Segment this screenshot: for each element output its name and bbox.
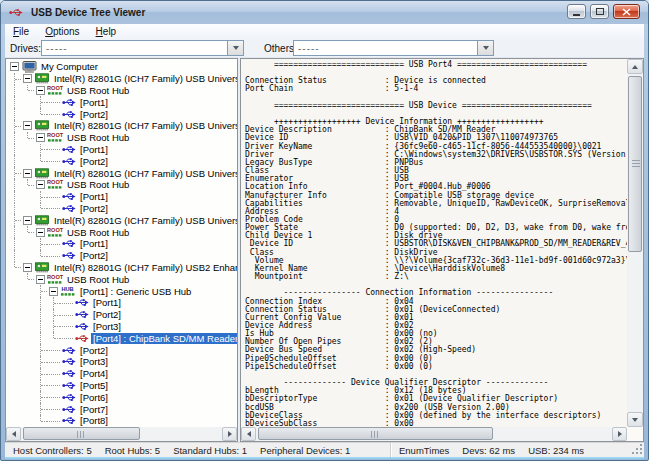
expand-toggle[interactable] (23, 263, 32, 272)
tree-item[interactable]: [Port2] (8, 309, 237, 321)
expand-toggle[interactable] (36, 275, 45, 284)
menu-item-file[interactable]: File (5, 24, 37, 39)
expand-toggle[interactable] (23, 121, 32, 130)
scroll-thumb[interactable] (628, 76, 642, 252)
tree-item[interactable]: [Port7] (8, 403, 237, 415)
tree-guide (21, 380, 34, 392)
expand-toggle[interactable] (36, 86, 45, 95)
tree-item-label: [Port3] (78, 356, 110, 367)
tree-item[interactable]: ROOTUSB Root Hub (8, 273, 237, 285)
status-stat-1: Root Hubs: 5 (105, 445, 160, 456)
tree-item[interactable]: My Computer (8, 61, 237, 73)
tree-item[interactable]: [Port6] (8, 391, 237, 403)
tree-guide (21, 344, 34, 356)
tree-expand-cell (21, 167, 34, 179)
tree-item[interactable]: Intel(R) 82801G (ICH7 Family) USB2 Enhan… (8, 262, 237, 274)
details-horizontal-scrollbar[interactable] (241, 427, 627, 441)
scroll-up-button[interactable] (627, 59, 643, 74)
close-button[interactable] (613, 4, 640, 19)
tree-guide (8, 108, 21, 120)
tree-item[interactable]: [Port1] (8, 191, 237, 203)
scroll-right-button[interactable] (612, 427, 627, 441)
minimize-button[interactable] (567, 4, 586, 19)
tree-item[interactable]: ROOTUSB Root Hub (8, 226, 237, 238)
tree-item[interactable]: [Port3] (8, 356, 237, 368)
tree-item[interactable]: Intel(R) 82801G (ICH7 Family) USB Univer… (8, 73, 237, 85)
scroll-down-button[interactable] (627, 412, 643, 427)
tree-item[interactable]: [Port2] (8, 250, 237, 262)
tree-item[interactable]: [Port1] (8, 238, 237, 250)
device-details-text: =========================== USB Port4 ==… (241, 59, 627, 427)
tree-item[interactable]: [Port5] (8, 380, 237, 392)
tree-item-selected[interactable]: [Port4] : ChipBank SD/MM Reader - Z:\ (8, 332, 237, 344)
others-combobox[interactable]: ----- (293, 40, 494, 56)
expand-toggle[interactable] (36, 228, 45, 237)
tree-item[interactable]: [Port8] (8, 415, 237, 427)
tree-connector (47, 309, 60, 321)
maximize-button[interactable] (590, 4, 609, 19)
tree-item-label: [Port1] (78, 191, 110, 202)
tree-horizontal-scrollbar[interactable] (6, 427, 237, 441)
usb-app-icon (9, 6, 25, 20)
drives-combobox[interactable]: ----- (41, 40, 244, 56)
scroll-thumb[interactable] (258, 427, 493, 440)
tree-item[interactable]: ROOTUSB Root Hub (8, 132, 237, 144)
menu-item-options[interactable]: Options (37, 24, 87, 39)
tree-line-cell (47, 238, 60, 250)
tree-item-label: USB Root Hub (65, 179, 131, 190)
scroll-track[interactable] (21, 427, 222, 441)
resize-grip[interactable] (631, 443, 643, 457)
arrow-left-icon (247, 431, 251, 437)
scroll-thumb[interactable] (23, 427, 140, 440)
tree-item[interactable]: Intel(R) 82801G (ICH7 Family) USB Univer… (8, 167, 237, 179)
menu-item-help[interactable]: Help (88, 24, 125, 39)
tree-item[interactable]: ROOTUSB Root Hub (8, 179, 237, 191)
scroll-right-button[interactable] (222, 427, 237, 441)
tree-item[interactable]: [Port4] (8, 368, 237, 380)
tree-item-label: USB Root Hub (65, 274, 131, 285)
tree-guide (8, 191, 21, 203)
drives-dropdown-button[interactable] (227, 41, 243, 55)
tree-line-cell (47, 380, 60, 392)
details-vertical-scrollbar[interactable] (627, 59, 643, 427)
expand-toggle[interactable] (23, 216, 32, 225)
expand-toggle[interactable] (23, 169, 32, 178)
tree-item-label: Intel(R) 82801G (ICH7 Family) USB2 Enhan… (52, 262, 237, 273)
arrow-right-icon (228, 431, 232, 437)
tree-item[interactable]: [Port3] (8, 321, 237, 333)
tree-expand-cell (8, 61, 21, 73)
tree-item[interactable]: [Port1] (8, 144, 237, 156)
tree-item[interactable]: [Port2] (8, 155, 237, 167)
tree-item[interactable]: HUB[Port1] : Generic USB Hub (8, 285, 237, 297)
tree-connector (34, 238, 47, 250)
expand-toggle[interactable] (36, 133, 45, 142)
tree-connector (8, 262, 21, 274)
tree-item[interactable]: [Port2] (8, 108, 237, 120)
usb-port-icon (60, 144, 77, 155)
tree-item[interactable]: [Port1] (8, 297, 237, 309)
expand-toggle[interactable] (10, 62, 19, 71)
scroll-track[interactable] (627, 74, 643, 412)
tree-guide (8, 273, 21, 285)
device-tree-panel: My ComputerIntel(R) 82801G (ICH7 Family)… (5, 58, 238, 442)
tree-item[interactable]: [Port2] (8, 203, 237, 215)
scroll-track[interactable] (256, 427, 612, 441)
others-dropdown-button[interactable] (477, 41, 493, 55)
expand-toggle[interactable] (23, 74, 32, 83)
tree-guide (21, 309, 34, 321)
expand-toggle[interactable] (49, 287, 58, 296)
tree-guide (34, 321, 47, 333)
tree-item[interactable]: [Port1] (8, 96, 237, 108)
usb-root-hub-icon: ROOT (47, 85, 64, 96)
tree-item[interactable]: Intel(R) 82801G (ICH7 Family) USB Univer… (8, 120, 237, 132)
tree-item[interactable]: Intel(R) 82801G (ICH7 Family) USB Univer… (8, 214, 237, 226)
tree-connector (8, 167, 21, 179)
expand-toggle[interactable] (36, 180, 45, 189)
tree-item-label: USB Root Hub (65, 85, 131, 96)
status-stat-0: Host Controllers: 5 (13, 445, 92, 456)
scroll-left-button[interactable] (241, 427, 256, 441)
title-bar[interactable]: USB Device Tree Viewer (1, 1, 648, 24)
scroll-left-button[interactable] (6, 427, 21, 441)
tree-item[interactable]: ROOTUSB Root Hub (8, 85, 237, 97)
tree-item[interactable]: [Port2] (8, 344, 237, 356)
